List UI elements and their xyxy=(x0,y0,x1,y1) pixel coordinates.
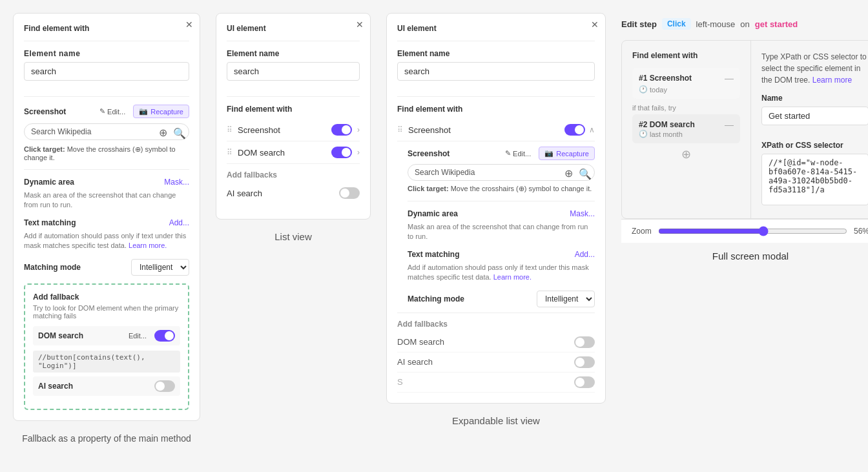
panel3-dynamic-area-desc: Mask an area of the screenshot that can … xyxy=(408,222,595,242)
panel1-fallback-box: Add fallback Try to look for DOM element… xyxy=(24,283,189,410)
panel2-ai-search-row: AI search xyxy=(227,183,360,203)
panel1-add-button[interactable]: Add... xyxy=(169,218,189,227)
right-screenshot-1-date: 🕐 today xyxy=(639,85,734,94)
panel3-title: UI element xyxy=(397,24,595,33)
panel1-dom-edit-button[interactable]: Edit... xyxy=(125,331,150,341)
right-xpath-input[interactable]: //*[@id="w-node-bf0a607e-814a-5415-a49a-… xyxy=(761,154,868,205)
panel3-ai-search-toggle[interactable] xyxy=(574,356,595,368)
chevron-up-icon: ∧ xyxy=(589,125,595,134)
edit-step-label: Edit step xyxy=(621,19,657,29)
panel1-dom-search-toggle[interactable] xyxy=(154,330,175,342)
panel2-dom-search-toggle[interactable] xyxy=(331,147,352,158)
panel1-matching-mode-label: Matching mode xyxy=(24,263,81,272)
panel1-dynamic-area-desc: Mask an area of the screenshot that can … xyxy=(24,190,189,210)
get-started-badge: get started xyxy=(755,19,798,29)
panel3-screenshot-expand-row: ⠿ Screenshot ∧ xyxy=(397,119,595,141)
panel3-text-matching-title: Text matching xyxy=(408,250,459,259)
panel2-dom-search-label: DOM search xyxy=(238,148,326,158)
magnify-icon[interactable]: 🔍 xyxy=(173,127,182,136)
panel3-screenshot-inner-label: Screenshot xyxy=(408,149,450,158)
right-panel-right: Type XPath or CSS selector to select the… xyxy=(751,41,868,218)
right-learn-more-link[interactable]: Learn more xyxy=(812,76,852,85)
right-screenshot-1-title: #1 Screenshot xyxy=(639,74,692,83)
edit-icon: ✎ xyxy=(99,107,105,116)
panel2-dom-search-row: ⠿ DOM search › xyxy=(227,141,360,164)
panel1-screenshot-label: Screenshot xyxy=(24,107,66,116)
panel2-ai-search-label: AI search xyxy=(227,189,262,198)
panel1-matching-mode-select[interactable]: Intelligent xyxy=(131,259,189,276)
panel3-drag-handle[interactable]: ⠿ xyxy=(397,125,403,134)
panel1-search-wiki-text: Search Wikipedia xyxy=(31,127,155,136)
chevron-right-icon-2: › xyxy=(357,148,360,157)
panel3-crosshair-icon[interactable]: ⊕ xyxy=(564,167,575,178)
camera-icon-3: 📷 xyxy=(544,149,553,158)
menu-dots-2[interactable]: — xyxy=(725,119,734,130)
crosshair-icon[interactable]: ⊕ xyxy=(159,127,169,137)
right-panel-body: Find element with #1 Screenshot — 🕐 toda… xyxy=(621,40,868,219)
panel2-caption: List view xyxy=(274,225,312,249)
right-name-label: Name xyxy=(761,94,868,103)
panel3-matching-mode-select[interactable]: Intelligent xyxy=(537,291,595,307)
right-name-input[interactable] xyxy=(761,107,868,125)
panel1-recapture-button[interactable]: 📷 Recapture xyxy=(133,105,189,118)
panel3-s-label: S xyxy=(397,377,403,387)
panel3-search-wiki-row: Search Wikipedia ⊕ 🔍 xyxy=(408,164,595,181)
camera-icon: 📷 xyxy=(139,107,148,116)
panel3-dynamic-area-title: Dynamic area xyxy=(408,209,458,218)
drag-handle-2[interactable]: ⠿ xyxy=(227,148,232,157)
right-panel-left: Find element with #1 Screenshot — 🕐 toda… xyxy=(622,41,751,218)
right-screenshot-1-item[interactable]: #1 Screenshot — 🕐 today xyxy=(632,68,740,99)
panel3-close-button[interactable]: ✕ xyxy=(591,20,599,29)
panel1-find-element-label: Find element with xyxy=(24,24,189,33)
clock-icon-1: 🕐 xyxy=(639,85,648,94)
add-item-button[interactable]: ⊕ xyxy=(632,143,740,165)
panel1-text-matching-desc: Add if automation should pass only if te… xyxy=(24,231,189,251)
drag-handle-1[interactable]: ⠿ xyxy=(227,125,232,134)
panel1-ai-search-toggle[interactable] xyxy=(154,380,175,392)
panel2-element-name-label: Element name xyxy=(227,49,360,58)
full-screen-label: Full screen modal xyxy=(621,243,868,269)
panel3-learn-more-link[interactable]: Learn more. xyxy=(493,273,532,281)
panel3-s-toggle[interactable] xyxy=(574,376,595,388)
panel2-element-name-input[interactable] xyxy=(227,62,360,81)
panel1-ai-search-item: AI search xyxy=(33,376,180,396)
menu-dots-1[interactable]: — xyxy=(725,73,734,83)
right-xpath-label: XPath or CSS selector xyxy=(761,141,868,150)
panel3-screenshot-toggle[interactable] xyxy=(564,124,585,136)
panel1-dom-search-code: //button[contains(text(), "Login")] xyxy=(33,351,180,373)
right-dom-search-date: 🕐 last month xyxy=(639,130,734,138)
panel3-element-name-input[interactable] xyxy=(397,62,595,81)
panel3-edit-button[interactable]: ✎ Edit... xyxy=(501,148,535,159)
panel1-dynamic-area-title: Dynamic area xyxy=(24,178,74,187)
right-dom-search-item[interactable]: #2 DOM search — 🕐 last month xyxy=(632,114,740,143)
panel2-add-fallbacks-label: Add fallbacks xyxy=(227,170,360,180)
zoom-slider[interactable] xyxy=(658,226,847,236)
panel1-ai-search-label: AI search xyxy=(38,382,73,391)
panel3-dom-search-toggle[interactable] xyxy=(574,336,595,348)
panel2-close-button[interactable]: ✕ xyxy=(356,20,364,29)
panel3-screenshot-label: Screenshot xyxy=(408,125,451,135)
panel3-magnify-icon[interactable]: 🔍 xyxy=(579,168,588,177)
panel3-text-matching-desc: Add if automation should pass only if te… xyxy=(408,263,595,283)
panel3-s-row: S xyxy=(397,373,595,393)
panel1-dom-search-label: DOM search xyxy=(38,331,83,340)
panel1-mask-button[interactable]: Mask... xyxy=(164,178,189,187)
panel1-close-button[interactable]: ✕ xyxy=(185,20,193,29)
panel3-add-button[interactable]: Add... xyxy=(575,250,595,259)
panel3-click-target: Click target: Move the crosshairs (⊕) sy… xyxy=(408,185,595,193)
panel2-find-element-label: Find element with xyxy=(227,105,360,114)
panel1-learn-more-link[interactable]: Learn more. xyxy=(129,241,167,249)
right-dom-search-title: #2 DOM search xyxy=(639,120,695,129)
on-label: on xyxy=(740,19,749,29)
panel2-ai-search-toggle[interactable] xyxy=(339,187,360,199)
panel1-click-target: Click target: Move the crosshairs (⊕) sy… xyxy=(24,145,189,161)
panel3-find-element-label: Find element with xyxy=(397,105,595,114)
zoom-value: 56% xyxy=(854,227,868,236)
panel1-element-name-input[interactable] xyxy=(24,62,189,81)
type-xpath-desc: Type XPath or CSS selector to select the… xyxy=(761,51,868,86)
panel1-edit-button[interactable]: ✎ Edit... xyxy=(96,106,129,117)
panel3-recapture-button[interactable]: 📷 Recapture xyxy=(539,147,595,160)
panel2-screenshot-toggle[interactable] xyxy=(331,124,352,136)
panel3-mask-button[interactable]: Mask... xyxy=(570,209,595,218)
panel2-screenshot-label: Screenshot xyxy=(238,125,326,135)
